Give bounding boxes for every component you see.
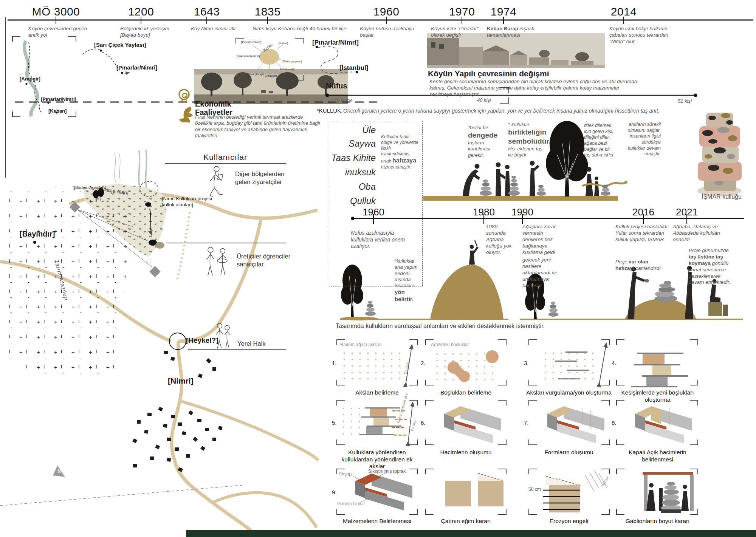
year-2014: 2014 (611, 5, 637, 18)
process-frame-4 (616, 339, 698, 385)
radial-kallar: [Kallar] (279, 42, 288, 45)
poster: + - (0, 0, 756, 537)
panel-num-6: 6. (421, 419, 426, 426)
panel9-mat3: Gabion Duvar (337, 501, 365, 506)
note-1974: Keban Barajı inşaatı tamamlanması (487, 26, 566, 39)
dots-panel-1 (340, 350, 405, 382)
built-change-body: Kente geçim sorunlarının sonuçlarından b… (429, 79, 641, 98)
panel-num-7: 7. (524, 419, 529, 426)
panel-num-8: 8. (612, 419, 617, 426)
migration-to: [İstanbul] (339, 64, 369, 72)
panel-num-2: 2. (421, 360, 426, 366)
label-pinarlar-nimri-2: [Pınarlar/Nimri] (116, 64, 157, 71)
caption-12: Gablionların boyut kararı (613, 518, 702, 525)
note-1960: Köyün nüfusu azalmaya başlar. (360, 26, 420, 39)
dots-panel-3 (541, 350, 597, 382)
kulluk-note-balance: *belirli bir dengede taşların konulması … (468, 125, 500, 158)
ktl-2016: 2016 (632, 206, 654, 218)
process-frame-8 (616, 400, 698, 445)
users-group-locals: Yerel Halk (237, 340, 287, 347)
ktl-1980: 1980 (473, 206, 495, 218)
label-badem: [Badem Ağaçları] (74, 185, 106, 190)
ktl-note-2021a: Ağbaba, Dalaraç ve Abbasdede kullukları … (673, 224, 721, 243)
migration-from: [Pınarlar/Nimri] (312, 39, 359, 46)
kulluk-name-inuksuk: inuksuk (330, 167, 376, 178)
panel-num-1: 1. (332, 360, 337, 366)
kulluk-name-oba: Oba (330, 181, 376, 192)
kulluk-names-note: Kulluklar farklı bölge ve yörelerde fark… (381, 134, 419, 170)
radial-palu: [Palu çarşusu] (283, 60, 302, 63)
label-nimri: [Nimri] (168, 376, 194, 385)
photo-panorama (427, 33, 605, 68)
note-2014: Köyün ismi bölge halkının çabaları sonuc… (609, 26, 675, 45)
economy-icons (179, 90, 193, 122)
process-frame-10 (425, 469, 507, 515)
caption-6: Hacimlerin oluşumu (425, 449, 507, 456)
label-kulluk-alanlari: [Nimri Kullukları projesi kulluk alanlar… (162, 196, 213, 208)
panel9-mat1: Ahşap (339, 471, 352, 477)
built-change-title: Köyün Yapılı çevresinin değişmi (428, 69, 549, 78)
panel-num-5: 5. (332, 419, 337, 426)
ktl-note-1960: Nüfus azalmasıyla kulluklara verilen öne… (351, 230, 414, 250)
caption-10: Çatının eğim kararı (425, 518, 507, 525)
users-title: Kullanıcılar (203, 153, 247, 162)
ktl-note-2016a: Kulluk projesi başlatıldı: Yıllar sonra … (615, 224, 669, 243)
kulluk-name-qulluk: Qulluk (330, 196, 376, 206)
label-pinarlar-nimri-1: [Pınarlar/Nimri] (41, 96, 76, 102)
population-start: 120 Hane (331, 97, 352, 104)
year-1960: 1960 (373, 5, 400, 18)
year-1970: 1970 (449, 5, 475, 18)
year-1643: 1643 (194, 5, 220, 18)
radial-gem: [Gem çiangi] (246, 73, 263, 76)
population-mid: 40 kişi (477, 97, 491, 103)
year-1200: 1200 (128, 5, 154, 18)
radial-kurtkendi: [Kürtkendi] (280, 68, 294, 71)
radial-pinarlar: [Pınarlar/Nimri] (241, 40, 261, 44)
note-1200: Bölgedeki ilk yerleşim [Bayad boyu] (120, 26, 183, 39)
ktl-1990: 1990 (511, 206, 533, 218)
ktl-note-2021b: Proje günümüzde taş üstüne taş koymaya g… (689, 248, 737, 286)
users-group-producers: Üreticiler öğrenciler sanatçılar (237, 252, 294, 268)
bottom-green-bar (186, 530, 756, 537)
panel-num-4: 4. (612, 360, 617, 366)
caption-4: Kesişimlerde yeni boşlukları oluşturma (613, 389, 702, 403)
design-note: Tasarımda kullukların varoluşsal anlamla… (336, 323, 545, 330)
process-frame-7 (528, 400, 610, 445)
kulluk-note-wish: dilek dilemek için gelen kişi, dileğini … (584, 123, 615, 158)
year-1835: 1835 (255, 5, 281, 18)
kulluk-note-unity: * kulluklar birlikteliğin sembolüdür. He… (508, 122, 547, 158)
year-mo3000: MÖ 3000 (32, 5, 80, 18)
caption-5: Kulluklara yönlendiren kulluklardan yönl… (336, 449, 418, 470)
label-heykel: [Heykel?] (186, 336, 218, 345)
kulluk-note-continuity: anıtların sürekli olmasını sağlar, insan… (624, 122, 661, 157)
label-bayindir: [Bayındır] (20, 230, 55, 238)
process-frame-12 (616, 469, 698, 515)
panel-num-3: 3. (524, 360, 529, 366)
caption-7: Formların oluşumu (525, 449, 612, 456)
farmland-pattern (7, 186, 128, 379)
radial-arapgir: [Arapgir] (265, 74, 277, 77)
process-frame-6 (425, 400, 507, 445)
note-1835: Nimri köyü Kebana bağlı 40 haneli bir il… (253, 26, 359, 32)
ktl-note-1990b: gelecek yeni nesillere aktarılamadı ve u… (522, 257, 567, 289)
caption-11: Erozyon engeli (525, 518, 612, 525)
label-arapgir: [Arapgir] (20, 76, 40, 82)
panel11-dim: 50 cm (528, 487, 541, 492)
panel2-inner: Arazideki boşluklar (431, 342, 469, 347)
ktl-1960: 1960 (363, 206, 384, 218)
label-sari-cicek: [Sarı Çiçek Yaylası] (94, 42, 146, 48)
user-sketches (207, 166, 230, 348)
population-title: Nüfus (326, 82, 347, 90)
year-1974: 1974 (491, 5, 517, 18)
dots-panel-2 (433, 351, 497, 382)
panel1-inner: Badem ağacı aksları (340, 342, 381, 347)
north-label: N (57, 469, 61, 474)
kulluk-name-saywa: Saywa (330, 138, 376, 149)
economy-body: Fırat Nehrinin beslediği verimli tarımsa… (195, 114, 322, 139)
kulluk-term: *KULLUK: (317, 107, 342, 114)
kulluk-definition: Önemli görülen yerlere o yerin ruhuna sa… (343, 108, 676, 115)
ismar-kulluk-photo (697, 113, 742, 197)
ktl-2021: 2021 (676, 206, 698, 218)
caption-9: Malzemelerin Belirlenmesi (336, 518, 418, 525)
ktl-note-1980: 1980 sonunda Ağbaba kulluğu yok oluyor. (486, 224, 517, 255)
